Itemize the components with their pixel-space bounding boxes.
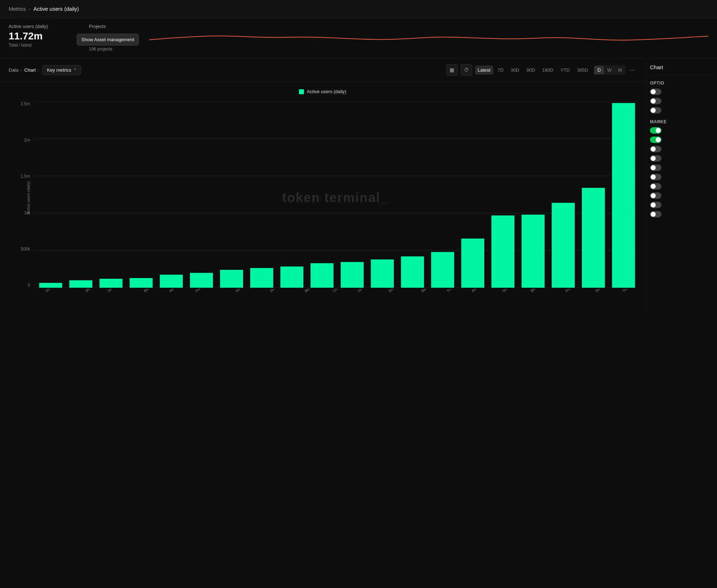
x-label-bitcoin: Bitcoin [304,289,314,293]
metrics-dropdown-label: Key metrics [47,67,71,73]
breadcrumb-metrics[interactable]: Metrics [9,6,26,12]
chart-wrapper: Active users (daily) 2.5m 2m 1.5m 1m 500… [9,101,637,294]
toolbar-data-label[interactable]: Data [9,67,18,73]
toggle-row-mkt6 [650,174,713,180]
chart-section: Data › Chart › Key metrics ⌃ ▦ ⏱ Latest [0,58,717,309]
time-btn-90d[interactable]: 90D [523,66,538,75]
metrics-panel: Active users (daily) 11.72m Total / late… [0,18,717,58]
toggle-mkt10[interactable] [650,211,661,217]
period-buttons: D W M [594,65,626,75]
x-label-ethereum: Ethereum [388,289,402,293]
options-section-title: Optio [650,81,713,86]
toggle-mkt9[interactable] [650,202,661,208]
toggle-knob-mkt3 [651,147,656,152]
period-btn-d[interactable]: D [594,66,603,74]
mini-chart [149,24,708,52]
toggle-mkt7[interactable] [650,183,661,190]
svg-rect-16 [341,262,364,288]
time-btn-ytd[interactable]: YTD [557,66,573,75]
y-tick-2_5m: 2.5m [20,101,30,106]
metrics-dropdown[interactable]: Key metrics ⌃ [42,65,81,75]
markets-section-title: Marke [650,119,713,124]
toggle-mkt8[interactable] [650,192,661,199]
svg-rect-20 [461,239,484,288]
svg-rect-21 [492,215,514,288]
svg-rect-7 [69,280,92,288]
toolbar-breadcrumb: Data › Chart › [9,67,39,73]
time-btn-latest[interactable]: Latest [475,66,493,75]
toggle-row-opt3 [650,107,713,114]
toggle-mkt5[interactable] [650,164,661,171]
x-label-ronin: Ronin [595,289,604,293]
period-btn-m[interactable]: M [615,66,625,74]
y-tick-2m: 2m [24,138,30,143]
x-label-uniswap: Uniswap [357,289,369,293]
chart-toolbar: Data › Chart › Key metrics ⌃ ▦ ⏱ Latest [0,58,645,82]
toggle-knob-mkt2 [656,137,661,142]
top-header: Metrics › Active users (daily) [0,0,717,18]
toolbar-sep2: › [38,67,39,73]
toggle-row-mkt7 [650,183,713,190]
toggle-row-mkt1 [650,127,713,134]
bar-chart-icon-btn[interactable]: ▦ [446,64,458,76]
time-btn-365d[interactable]: 365D [574,66,591,75]
metrics-left: Active users (daily) 11.72m Total / late… [9,24,80,48]
svg-rect-8 [99,279,122,288]
x-label-blast: Blast [143,289,152,293]
metric-label: Active users (daily) [9,24,80,29]
metric-value: 11.72m [9,30,80,42]
y-tick-500k: 500k [21,247,30,252]
toggle-mkt4[interactable] [650,155,661,162]
y-tick-0: 0 [28,283,30,288]
svg-rect-14 [280,267,303,288]
svg-rect-6 [39,283,62,288]
x-label-pancakeswap: PancakeSwap [195,289,214,293]
time-btn-180d[interactable]: 180D [539,66,556,75]
tooltip-popup[interactable]: Show Asset management [77,34,139,46]
toggle-mkt6[interactable] [650,174,661,180]
svg-rect-9 [130,278,153,288]
toggle-mkt3[interactable] [650,146,661,152]
projects-count: 196 projects [89,47,138,52]
y-axis-label: Active users (daily) [26,175,30,221]
x-label-arbitrum: Arbitrum [471,289,483,293]
toolbar-icons: ▦ ⏱ [446,64,472,76]
projects-label: Projects [89,24,138,29]
toggle-knob-mkt6 [651,175,656,180]
time-btn-30d[interactable]: 30D [508,66,522,75]
toggle-row-mkt3 [650,146,713,152]
period-btn-w[interactable]: W [604,66,614,74]
toggle-row-mkt8 [650,192,713,199]
bar-chart-icon: ▦ [450,67,454,73]
svg-rect-11 [190,273,213,288]
right-panel-header: Chart [650,64,713,75]
toggle-row-mkt2 [650,137,713,143]
toggle-opt1[interactable] [650,89,661,95]
svg-rect-12 [220,270,243,288]
svg-rect-13 [250,268,273,288]
toggle-knob-mkt5 [651,165,656,170]
x-label-tron: Tron [622,289,630,293]
legend-label: Active users (daily) [307,89,346,94]
toggle-opt3[interactable] [650,107,661,114]
bars-svg [34,101,637,288]
toggle-mkt2[interactable] [650,137,661,143]
x-label-op-mainnet: OP Mainnet [107,289,123,293]
svg-rect-18 [401,257,424,288]
svg-rect-25 [612,103,635,288]
time-btn-7d[interactable]: 7D [495,66,507,75]
metric-sub: Total / latest [9,43,80,48]
toggle-mkt1[interactable] [650,127,661,134]
toggle-opt2[interactable] [650,98,661,104]
time-buttons: Latest 7D 30D 90D 180D YTD 365D [475,66,591,75]
more-options-button[interactable]: ··· [628,66,637,74]
toggle-row-mkt9 [650,202,713,208]
toolbar-sep1: › [20,67,22,73]
toggle-knob-mkt1 [656,128,661,133]
x-axis-labels: Uniswap Labs Jito OP Mainnet Blast Aptos… [34,289,637,294]
x-label-aptos: Aptos [168,289,177,293]
toolbar-chart-label[interactable]: Chart [24,67,36,73]
clock-icon: ⏱ [464,67,469,73]
clock-icon-btn[interactable]: ⏱ [461,64,472,76]
chart-legend: Active users (daily) [9,89,637,94]
